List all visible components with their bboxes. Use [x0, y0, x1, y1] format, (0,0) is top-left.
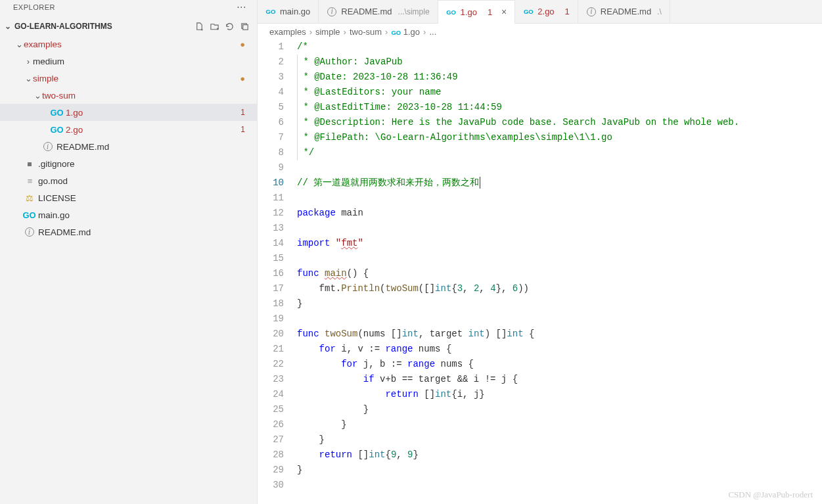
line-number: 3 [258, 70, 284, 85]
code-line[interactable]: * @Date: 2023-10-28 11:36:49 [297, 70, 822, 85]
error-badge: 1 [488, 7, 492, 17]
code-line[interactable]: func twoSum(nums []int, target int) []in… [297, 327, 822, 342]
code-line[interactable]: } [297, 402, 822, 417]
folder-medium[interactable]: ›medium [0, 53, 257, 70]
line-number: 29 [258, 463, 284, 478]
code-line[interactable]: */ [297, 145, 822, 160]
tab-label: README.md [341, 7, 392, 16]
file-label: README.md [38, 227, 245, 237]
line-number: 20 [258, 327, 284, 342]
code-line[interactable]: // 第一道题就用两数求和来开始，两数之和 [297, 175, 822, 191]
code-line[interactable]: } [297, 296, 822, 311]
line-number: 25 [258, 402, 284, 417]
new-file-icon[interactable] [192, 19, 206, 34]
close-icon[interactable]: × [501, 7, 507, 17]
code-line[interactable]: fmt.Println(twoSum([]int{3, 2, 4}, 6)) [297, 281, 822, 296]
file-main.go[interactable]: GOmain.go [0, 206, 257, 223]
tab-README.md[interactable]: iREADME.md.\ [578, 0, 670, 23]
line-number: 12 [258, 206, 284, 221]
tab-1.go[interactable]: GO1.go1× [438, 0, 516, 24]
breadcrumb-item[interactable]: GO 1.go [391, 27, 420, 37]
info-icon: i [327, 7, 337, 16]
tab-bar: GOmain.goiREADME.md...\simpleGO1.go1×GO2… [258, 0, 822, 24]
folder-simple[interactable]: ⌄simple● [0, 70, 257, 87]
line-number: 21 [258, 342, 284, 357]
file-README.md[interactable]: iREADME.md [0, 223, 257, 241]
refresh-icon[interactable] [222, 19, 237, 34]
error-badge: 1 [565, 7, 570, 16]
sidebar: EXPLORER ··· ⌄ GO-LEARN-ALGORITHMS ⌄exam… [0, 0, 258, 504]
code-line[interactable]: * @LastEditTime: 2023-10-28 11:44:59 [297, 100, 822, 115]
error-badge: 1 [240, 125, 245, 134]
code-line[interactable] [297, 311, 822, 327]
code-line[interactable]: } [297, 417, 822, 432]
code-line[interactable]: * @Author: JavaPub [297, 55, 822, 70]
file-LICENSE[interactable]: ⚖LICENSE [0, 189, 257, 206]
line-number: 6 [258, 115, 284, 130]
code-line[interactable] [297, 221, 822, 236]
info-icon: i [42, 141, 53, 152]
line-number: 23 [258, 372, 284, 387]
go-icon: GO [446, 9, 457, 16]
code-content[interactable]: /* * @Author: JavaPub * @Date: 2023-10-2… [297, 39, 822, 504]
file-label: go.mod [38, 176, 245, 186]
project-row[interactable]: ⌄ GO-LEARN-ALGORITHMS [0, 17, 257, 35]
go-icon: GO [523, 8, 534, 15]
code-line[interactable]: return []int{9, 9} [297, 447, 822, 463]
code-line[interactable]: return []int{i, j} [297, 387, 822, 402]
line-number: 7 [258, 130, 284, 145]
toolbar-icons [192, 19, 252, 34]
code-line[interactable]: if v+b == target && i != j { [297, 372, 822, 387]
code-line[interactable]: import "fmt" [297, 236, 822, 251]
tab-label: main.go [280, 7, 310, 16]
folder-two-sum[interactable]: ⌄two-sum [0, 87, 257, 104]
code-line[interactable]: for j, b := range nums { [297, 357, 822, 372]
line-number: 17 [258, 281, 284, 296]
code-line[interactable]: } [297, 432, 822, 447]
chevron-down-icon: ⌄ [33, 91, 42, 101]
code-line[interactable]: * @LastEditors: your name [297, 85, 822, 100]
go-icon: GO [24, 210, 35, 221]
code-line[interactable] [297, 160, 822, 175]
breadcrumb-item[interactable]: examples [269, 27, 306, 37]
tab-2.go[interactable]: GO2.go1 [515, 0, 578, 23]
folder-label: two-sum [42, 91, 245, 101]
file-1.go[interactable]: GO1.go1 [0, 104, 257, 121]
tab-label: README.md [601, 7, 651, 16]
breadcrumb-item[interactable]: ... [429, 27, 436, 37]
more-icon[interactable]: ··· [231, 1, 252, 13]
license-icon: ⚖ [24, 193, 35, 204]
code-line[interactable] [297, 191, 822, 206]
tab-main.go[interactable]: GOmain.go [258, 0, 319, 23]
code-line[interactable]: } [297, 463, 822, 478]
code-line[interactable]: * @Description: Here is the JavaPub code… [297, 115, 822, 130]
code-line[interactable]: func main() { [297, 266, 822, 281]
file-.gitignore[interactable]: ◆.gitignore [0, 155, 257, 172]
breadcrumb-item[interactable]: simple [315, 27, 340, 37]
file-README.md[interactable]: iREADME.md [0, 138, 257, 155]
file-2.go[interactable]: GO2.go1 [0, 121, 257, 138]
file-label: .gitignore [38, 159, 245, 169]
code-line[interactable]: /* [297, 39, 822, 55]
file-go.mod[interactable]: ≡go.mod [0, 172, 257, 189]
modified-dot: ● [240, 74, 245, 83]
breadcrumb[interactable]: examples›simple›two-sum›GO 1.go›... [258, 24, 822, 39]
line-number: 13 [258, 221, 284, 236]
line-number: 10 [258, 175, 284, 191]
tab-label: 2.go [537, 7, 554, 16]
line-number: 22 [258, 357, 284, 372]
tab-path: ...\simple [398, 7, 430, 16]
tab-README.md[interactable]: iREADME.md...\simple [319, 0, 438, 23]
collapse-icon[interactable] [237, 19, 252, 34]
code-line[interactable] [297, 251, 822, 266]
new-folder-icon[interactable] [207, 19, 221, 34]
chevron-right-icon: › [309, 27, 312, 37]
code-editor[interactable]: 1234567891011121314151617181920212223242… [258, 39, 822, 504]
info-icon: i [24, 227, 35, 238]
code-line[interactable]: package main [297, 206, 822, 221]
folder-examples[interactable]: ⌄examples● [0, 35, 257, 53]
code-line[interactable]: * @FilePath: \Go-Learn-Algorithms\exampl… [297, 130, 822, 145]
code-line[interactable]: for i, v := range nums { [297, 342, 822, 357]
line-number: 1 [258, 39, 284, 55]
breadcrumb-item[interactable]: two-sum [350, 27, 382, 37]
